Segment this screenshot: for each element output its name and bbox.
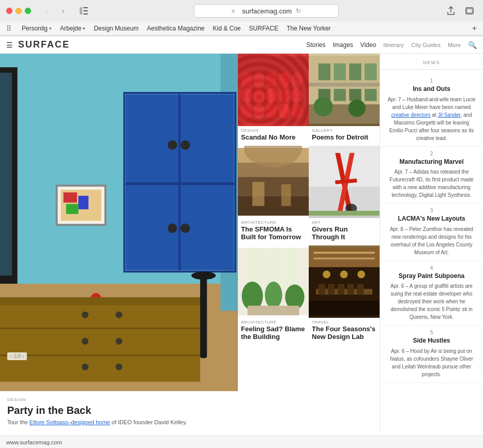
svg-rect-95 (313, 257, 374, 259)
bookmark-new-yorker[interactable]: The New Yorker (286, 25, 330, 32)
grid-item-image (238, 245, 309, 318)
svg-point-41 (241, 72, 252, 88)
nav-video[interactable]: Video (360, 41, 376, 49)
address-bar[interactable]: ≡ surfacemag.com ↻ (194, 4, 339, 18)
hero-section[interactable]: ‹ 1/3 › DESIGN Party in the Back Tour th… (0, 54, 238, 432)
site-header: ☰ SURFACE Stories Images Video Itinerary… (0, 36, 483, 54)
svg-point-52 (253, 103, 265, 119)
svg-point-49 (278, 88, 290, 103)
maximize-button[interactable] (25, 8, 31, 14)
bookmark-aesthetica[interactable]: Aesthetica Magazine (147, 25, 204, 32)
svg-point-31 (115, 363, 122, 370)
news-item-1[interactable]: 1 Ins and Outs Apr. 7 – Husband-and-wife… (380, 74, 483, 147)
svg-rect-14 (178, 95, 180, 270)
site-logo[interactable]: SURFACE (18, 39, 70, 50)
svg-rect-83 (309, 211, 380, 215)
hero-link[interactable]: Ettore Sottsass–designed home (29, 419, 110, 425)
svg-point-43 (266, 72, 277, 88)
grid-icon[interactable]: ⠿ (6, 24, 11, 33)
grid-item-title: Givers Run Through It (312, 225, 376, 241)
news-title: LACMA's New Layouts (387, 215, 476, 223)
bookmark-arbejde[interactable]: Arbejde ▾ (60, 25, 85, 32)
grid-item-feeling-sad[interactable]: ARCHITECTURE Feeling Sad? Blame the Buil… (238, 245, 309, 345)
grid-item-image (309, 54, 380, 126)
tabs-button[interactable] (462, 6, 477, 16)
grid-item-title: The SFMOMA Is Built for Tomorrow (241, 225, 306, 241)
grid-item-label: TRAVEL (312, 320, 376, 325)
svg-rect-99 (338, 284, 344, 295)
news-link[interactable]: creative directors (391, 112, 430, 118)
grid-item-four-seasons[interactable]: TRAVEL The Four Seasons's New Design Lab (309, 245, 380, 345)
article-grid: DESIGN Scandal No More (238, 54, 380, 345)
minimize-button[interactable] (16, 8, 22, 14)
bookmark-personlig[interactable]: Personlig ▾ (22, 25, 52, 32)
svg-point-44 (278, 72, 290, 88)
nav-stories[interactable]: Stories (306, 41, 325, 49)
svg-point-47 (253, 88, 265, 103)
site-content: ☰ SURFACE Stories Images Video Itinerary… (0, 36, 483, 436)
reload-icon[interactable]: ↻ (296, 7, 301, 14)
news-number: 5 (387, 330, 476, 335)
grid-item-sfmoma[interactable]: ARCHITECTURE The SFMOMA Is Built for Tom… (238, 146, 309, 245)
svg-point-27 (115, 312, 122, 318)
svg-point-17 (168, 224, 177, 233)
news-item-2[interactable]: 2 Manufacturing Marvel Apr. 7 – Adidas h… (380, 147, 483, 204)
svg-rect-94 (313, 252, 374, 254)
grid-item-title: Feeling Sad? Blame the Building (241, 325, 306, 341)
svg-point-103 (340, 270, 348, 278)
svg-point-45 (291, 72, 303, 88)
svg-rect-5 (467, 9, 472, 13)
nav-more[interactable]: More (448, 42, 461, 48)
svg-point-69 (348, 100, 366, 117)
share-button[interactable] (444, 6, 458, 16)
news-number: 4 (387, 265, 476, 271)
nav-images[interactable]: Images (333, 41, 353, 49)
bookmark-surface[interactable]: SURFACE (249, 25, 279, 32)
add-bookmark-button[interactable]: + (472, 24, 477, 33)
svg-rect-105 (309, 301, 380, 315)
grid-item-scandal[interactable]: DESIGN Scandal No More (238, 54, 309, 146)
news-item-5[interactable]: 5 Side Hustles Apr. 6 – Hood by Air is b… (380, 326, 483, 383)
grid-item-label: ART (312, 220, 376, 225)
bookmark-kid-coe[interactable]: Kid & Coe (213, 25, 241, 32)
news-link-2[interactable]: Jil Sander (437, 112, 460, 118)
svg-rect-91 (248, 305, 299, 315)
news-item-4[interactable]: 4 Spray Paint Subpoena Apr. 6 – A group … (380, 261, 483, 326)
svg-point-15 (168, 141, 177, 150)
news-item-3[interactable]: 3 LACMA's New Layouts Apr. 6 – Peter Zum… (380, 204, 483, 261)
grid-item-givers[interactable]: ART Givers Run Through It (309, 146, 380, 245)
grid-item-title: Poems for Detroit (312, 133, 376, 142)
grid-item-title: The Four Seasons's New Design Lab (312, 325, 376, 341)
svg-rect-61 (349, 64, 361, 81)
search-icon[interactable]: 🔍 (468, 41, 477, 49)
svg-rect-75 (252, 182, 264, 206)
svg-rect-39 (238, 56, 309, 123)
forward-button[interactable]: › (56, 6, 70, 16)
menu-icon[interactable]: ☰ (6, 41, 13, 49)
svg-rect-100 (348, 284, 354, 295)
grid-item-image (309, 245, 380, 318)
news-title: Side Hustles (387, 337, 476, 345)
bookmark-design-museum[interactable]: Design Museum (94, 25, 139, 32)
grid-item-title: Scandal No More (241, 133, 306, 142)
hamburger-icon: ≡ (232, 8, 235, 14)
svg-point-104 (357, 270, 365, 278)
nav-city-guides[interactable]: City Guides (411, 42, 441, 48)
news-number: 3 (387, 208, 476, 213)
hero-image (0, 54, 238, 432)
nav-itinerary[interactable]: Itinerary (383, 42, 404, 48)
svg-rect-35 (78, 196, 88, 209)
back-button[interactable]: ‹ (39, 6, 54, 16)
sidebar-toggle-button[interactable] (77, 6, 91, 16)
svg-point-55 (291, 103, 303, 119)
grid-item-detroit[interactable]: GALLERY Poems for Detroit (309, 54, 380, 146)
close-button[interactable] (6, 8, 12, 14)
traffic-lights (6, 8, 31, 14)
svg-point-38 (191, 271, 216, 280)
grid-item-label: ARCHITECTURE (241, 220, 306, 225)
svg-rect-40 (238, 56, 309, 123)
nav-buttons: ‹ › (39, 6, 70, 16)
news-body: Apr. 6 – A group of graffiti artists are… (387, 282, 476, 321)
hero-description: Tour the Ettore Sottsass–designed home o… (7, 419, 231, 426)
svg-point-30 (82, 363, 88, 370)
